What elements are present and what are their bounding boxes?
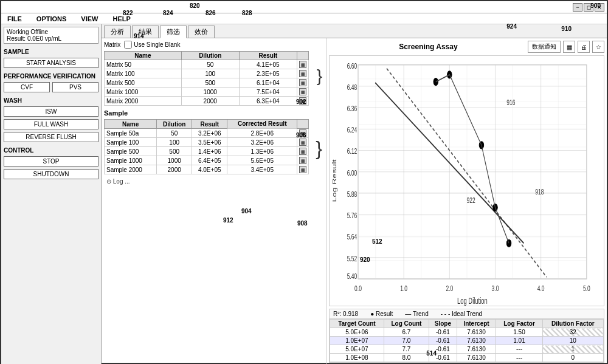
isw-button[interactable]: ISW [4,106,98,117]
menu-view[interactable]: VIEW [78,15,100,22]
ann-822: 822 [123,10,133,16]
grid-icon-button[interactable]: ▦ [563,41,575,53]
stats-cell-log: 7.0 [384,337,429,345]
menu-options[interactable]: OPTIONS [34,15,69,22]
svg-text:5.52: 5.52 [347,254,357,263]
matrix-cell-icon[interactable]: ▦ [297,88,309,97]
svg-text:0.0: 0.0 [354,284,362,293]
svg-point-40 [434,78,438,86]
sample-table: Name Dilution Result Corrected Result Sa… [104,119,309,174]
title-bar: − ◻ ✕ [1,1,607,13]
ann-514: 514 [426,350,437,357]
full-wash-button[interactable]: FULL WASH [4,119,98,129]
stats-table-row: 1.0E+07 7.0 -0.61 7.6130 1.01 10 [330,337,604,345]
sample-col-name: Name [105,120,157,129]
matrix-cell-icon[interactable]: ▦ [297,60,309,69]
sample-cell-name: Sample 2000 [105,165,157,174]
sample-table-row: Sample 50a 50 3.2E+06 2.8E+06 ▦ [105,129,309,138]
svg-text:922: 922 [467,196,475,204]
star-icon-button[interactable]: ☆ [592,41,604,53]
chart-title: Screening Assay [329,43,528,51]
sample-cell-icon[interactable]: ▦ [297,165,309,174]
tab-titer[interactable]: 效价 [188,26,215,38]
sample-cell-dilution: 1000 [157,156,192,165]
sidebar: Working Offline Result: 0.0E0 vp/mL SAMP… [1,24,102,364]
matrix-cell-icon[interactable]: ▦ [297,78,309,88]
matrix-cell-result: 4.1E+05 [239,60,297,69]
ann-914: 914 [134,33,144,39]
stats-table-row: 5.0E+06 6.7 -0.61 7.6130 1.50 32 [330,328,604,337]
stats-col-slope: Slope [429,320,457,328]
matrix-cell-name: Matrix 100 [105,69,182,78]
stats-table-row: 1.0E+08 8.0 -0.61 7.6130 --- 0 [330,354,604,362]
tab-analysis[interactable]: 分析 [104,26,131,38]
matrix-table-container: Name Dilution Result Matrix 50 50 4.1E+0… [104,51,309,106]
matrix-table: Name Dilution Result Matrix 50 50 4.1E+0… [104,51,309,106]
sample-brace: } [316,139,322,158]
wash-section-label: WASH [4,97,98,104]
sample-cell-corrected: 5.6E+05 [227,156,297,165]
sample-cell-result: 1.4E+06 [192,147,227,156]
minimize-button[interactable]: − [573,3,582,12]
stats-cell-slope: -0.61 [429,337,457,345]
cvf-button[interactable]: CVF [4,82,50,92]
stats-cell-target: 5.0E+07 [330,345,384,354]
sample-table-row: Sample 2000 2000 4.0E+05 3.4E+05 ▦ [105,165,309,174]
svg-text:5.64: 5.64 [347,232,357,241]
matrix-cell-name: Matrix 500 [105,78,182,88]
single-blank-checkbox[interactable] [124,41,132,49]
menu-file[interactable]: FILE [5,15,24,22]
matrix-cell-dilution: 1000 [181,88,239,97]
ann-906: 906 [296,132,306,139]
main-window: − ◻ ✕ FILE OPTIONS VIEW HELP Working Off… [0,0,608,364]
matrix-cell-result: 6.1E+04 [239,78,297,88]
pvs-button[interactable]: PVS [52,82,98,92]
matrix-cell-icon[interactable]: ▦ [297,69,309,78]
matrix-cell-dilution: 500 [181,78,239,88]
single-blank-checkbox-label[interactable]: Use Single Blank [124,41,180,49]
sample-cell-icon[interactable]: ▦ [297,138,309,147]
sample-table-row: Sample 1000 1000 6.4E+05 5.6E+05 ▦ [105,156,309,165]
sample-cell-corrected: 2.8E+06 [227,129,297,138]
stop-button[interactable]: STOP [4,156,98,167]
sample-cell-name: Sample 500 [105,147,157,156]
stats-cell-logfactor: 1.50 [496,328,542,337]
svg-text:Log Result: Log Result [331,159,338,202]
sample-col-result: Result [192,120,227,129]
svg-text:918: 918 [535,187,544,196]
sample-cell-result: 3.2E+06 [192,129,227,138]
svg-text:1.0: 1.0 [400,284,407,293]
ann-512: 512 [372,238,382,245]
sample-section-label: SAMPLE [4,49,98,55]
svg-text:6.36: 6.36 [347,104,357,112]
sample-table-row: Sample 500 500 1.4E+06 1.3E+06 ▦ [105,147,309,156]
perf-verification-label: PERFORMANCE VERIFICATION [4,73,98,80]
stats-cell-dilfactor: 1 [542,345,603,354]
sample-col-dilution: Dilution [157,120,192,129]
matrix-cell-result: 2.3E+05 [239,69,297,78]
matrix-col-result: Result [239,52,297,60]
result-label: Result: 0.0E0 vp/mL [7,35,95,42]
svg-text:916: 916 [506,98,515,106]
shutdown-button[interactable]: SHUTDOWN [4,169,98,179]
matrix-cell-dilution: 100 [181,69,239,78]
matrix-col-name: Name [105,52,182,60]
stats-cell-log: 7.7 [384,345,429,354]
data-notify-button[interactable]: 数据通知 [528,41,561,53]
tab-bar: 分析 结果 筛选 效价 [102,24,607,38]
start-analysis-button[interactable]: START ANALYSIS [4,58,98,68]
matrix-cell-name: Matrix 50 [105,60,182,69]
sample-cell-icon[interactable]: ▦ [297,147,309,156]
sample-label: Sample [104,109,323,117]
print-icon-button[interactable]: 🖨 [578,41,590,53]
tab-screening[interactable]: 筛选 [160,26,187,38]
stats-cell-log: 6.7 [384,328,429,337]
ann-908: 908 [297,220,308,227]
stats-col-log: Log Count [384,320,429,328]
single-blank-label: Use Single Blank [134,41,180,48]
sample-cell-icon[interactable]: ▦ [297,156,309,165]
reverse-flush-button[interactable]: REVERSE FLUSH [4,132,98,142]
content-area: 分析 结果 筛选 效价 Matrix Use Single Blan [102,24,607,364]
chart-toolbar: 数据通知 ▦ 🖨 ☆ [528,41,604,53]
svg-text:6.48: 6.48 [347,83,357,91]
